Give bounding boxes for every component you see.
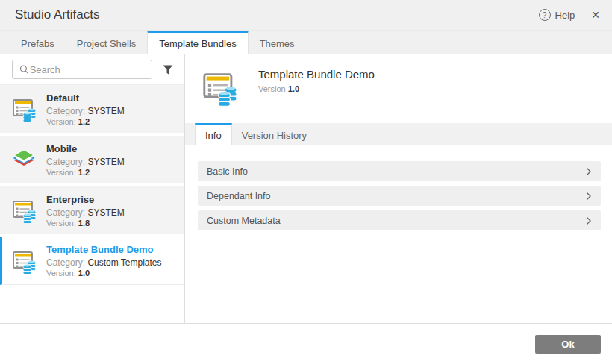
template-bundle-icon <box>10 197 37 224</box>
tab-prefabs[interactable]: Prefabs <box>10 31 66 54</box>
dialog-title: Studio Artifacts <box>15 7 99 22</box>
version-label: Version: <box>46 117 76 126</box>
section-label: Custom Metadata <box>207 216 281 226</box>
list-item-enterprise[interactable]: Enterprise Category: SYSTEM Version: 1.8 <box>0 186 184 234</box>
dialog-header: Studio Artifacts ? Help ✕ <box>0 0 612 31</box>
bundle-list-panel: Default Category: SYSTEM Version: 1.2 Mo… <box>0 54 185 323</box>
section-custom-metadata[interactable]: Custom Metadata <box>198 210 601 230</box>
layers-icon <box>10 146 37 173</box>
detail-version: 1.0 <box>288 84 299 93</box>
artifact-type-tabs: Prefabs Project Shells Template Bundles … <box>0 31 612 54</box>
search-icon <box>19 63 30 75</box>
detail-version-label: Version <box>258 84 286 93</box>
ok-button[interactable]: Ok <box>535 335 601 354</box>
studio-artifacts-dialog: Studio Artifacts ? Help ✕ Prefabs Projec… <box>0 0 612 364</box>
chevron-right-icon <box>586 192 592 201</box>
tab-version-history[interactable]: Version History <box>232 123 316 145</box>
category-label: Category: <box>46 106 85 116</box>
tab-project-shells[interactable]: Project Shells <box>66 31 147 54</box>
item-name: Enterprise <box>46 194 125 205</box>
item-version: 1.2 <box>78 168 90 177</box>
template-bundle-icon <box>10 95 37 122</box>
item-category: SYSTEM <box>87 207 124 218</box>
item-version: 1.8 <box>78 219 90 228</box>
chevron-right-icon <box>586 167 592 176</box>
tab-info[interactable]: Info <box>195 123 232 145</box>
help-label: Help <box>555 10 575 21</box>
list-item-default[interactable]: Default Category: SYSTEM Version: 1.2 <box>0 85 184 133</box>
search-row <box>0 54 184 85</box>
search-box[interactable] <box>12 60 152 79</box>
close-icon[interactable]: ✕ <box>591 10 600 20</box>
dialog-footer: Ok <box>0 323 612 364</box>
item-category: SYSTEM <box>87 157 124 167</box>
search-input[interactable] <box>30 64 146 75</box>
item-name: Mobile <box>46 143 125 154</box>
filter-icon[interactable] <box>161 63 175 76</box>
help-button[interactable]: ? Help <box>539 9 575 21</box>
list-item-template-bundle-demo[interactable]: Template Bundle Demo Category: Custom Te… <box>0 237 184 285</box>
version-label: Version: <box>46 219 76 228</box>
help-icon: ? <box>539 9 551 21</box>
item-version: 1.2 <box>78 117 90 126</box>
section-label: Dependant Info <box>207 191 271 201</box>
version-label: Version: <box>46 269 76 277</box>
category-label: Category: <box>46 257 85 268</box>
section-basic-info[interactable]: Basic Info <box>198 161 601 181</box>
category-label: Category: <box>46 157 85 167</box>
item-category: SYSTEM <box>87 106 124 116</box>
detail-header: Template Bundle Demo Version 1.0 <box>185 54 612 123</box>
tab-themes[interactable]: Themes <box>249 31 306 54</box>
section-label: Basic Info <box>207 166 248 177</box>
list-item-mobile[interactable]: Mobile Category: SYSTEM Version: 1.2 <box>0 136 184 183</box>
item-version: 1.0 <box>78 269 90 277</box>
version-label: Version: <box>46 168 76 177</box>
detail-title: Template Bundle Demo <box>258 68 375 81</box>
detail-tabs: Info Version History <box>185 123 612 145</box>
item-name: Template Bundle Demo <box>46 244 162 255</box>
item-category: Custom Templates <box>87 257 161 268</box>
item-name: Default <box>46 92 125 104</box>
template-bundle-icon <box>10 248 37 274</box>
detail-panel: Template Bundle Demo Version 1.0 Info Ve… <box>185 54 612 323</box>
template-bundle-icon-large <box>200 66 239 108</box>
tab-template-bundles[interactable]: Template Bundles <box>147 31 248 54</box>
section-dependant-info[interactable]: Dependant Info <box>198 186 601 206</box>
info-sections: Basic Info Dependant Info Custom Metadat… <box>185 145 612 235</box>
category-label: Category: <box>46 207 85 218</box>
chevron-right-icon <box>586 216 592 225</box>
